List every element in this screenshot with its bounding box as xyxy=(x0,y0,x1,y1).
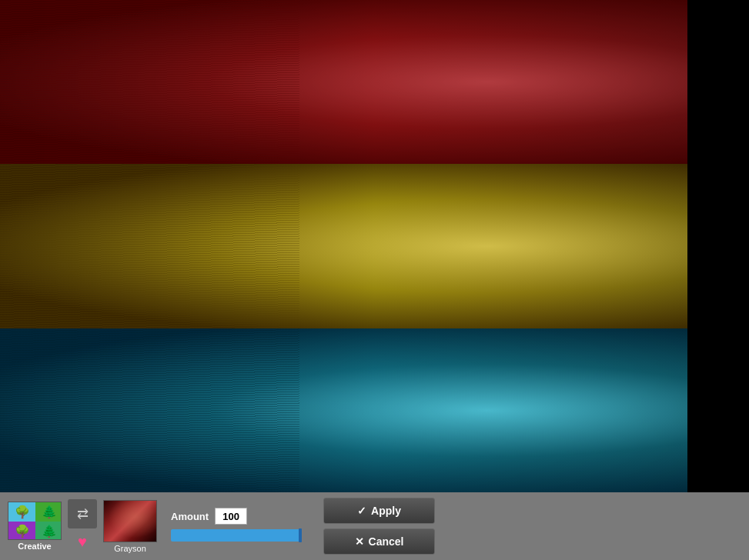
creative-cell-4[interactable]: 🌲 xyxy=(35,522,62,540)
creative-grid[interactable]: 🌳 🌲 🌳 🌲 xyxy=(8,502,62,540)
toolbar: 🌳 🌲 🌳 🌲 Creative ⇄ ♥ Grayson Amo xyxy=(0,492,749,560)
tree-icon-1: 🌳 xyxy=(8,502,35,522)
creative-cell-3[interactable]: 🌳 xyxy=(8,522,35,540)
heart-button[interactable]: ♥ xyxy=(68,530,97,553)
apply-label: Apply xyxy=(371,505,401,517)
amount-value-input[interactable] xyxy=(215,508,247,525)
apply-button[interactable]: ✓ Apply xyxy=(323,498,435,524)
creative-cell-1[interactable]: 🌳 xyxy=(8,502,35,522)
amount-slider[interactable] xyxy=(171,529,302,542)
amount-section: Amount xyxy=(171,508,302,545)
tree-icon-3: 🌳 xyxy=(8,522,35,540)
shuffle-button[interactable]: ⇄ xyxy=(68,499,97,528)
grayson-label: Grayson xyxy=(114,544,146,553)
image-strip-cyan xyxy=(0,328,749,492)
heart-icon: ♥ xyxy=(78,533,87,551)
grayson-thumbnail[interactable] xyxy=(103,500,157,542)
canvas-area xyxy=(0,0,749,492)
action-buttons: ✓ Apply ✕ Cancel xyxy=(323,498,435,555)
amount-top: Amount xyxy=(171,508,302,525)
shuffle-heart-group: ⇄ ♥ xyxy=(68,499,97,553)
x-icon: ✕ xyxy=(355,535,364,548)
creative-label: Creative xyxy=(18,542,51,551)
cancel-button[interactable]: ✕ Cancel xyxy=(323,528,435,555)
amount-slider-container xyxy=(171,529,302,545)
shuffle-icon: ⇄ xyxy=(77,505,89,522)
tree-icon-4: 🌲 xyxy=(35,522,62,540)
image-strip-red xyxy=(0,0,749,164)
tree-icon-2: 🌲 xyxy=(35,502,62,522)
cancel-label: Cancel xyxy=(369,535,404,548)
creative-cell-2[interactable]: 🌲 xyxy=(35,502,62,522)
amount-label: Amount xyxy=(171,511,209,522)
grayson-panel: Grayson xyxy=(103,500,157,553)
check-icon: ✓ xyxy=(357,505,366,517)
creative-panel: 🌳 🌲 🌳 🌲 Creative xyxy=(8,502,62,551)
image-strip-yellow xyxy=(0,164,749,328)
